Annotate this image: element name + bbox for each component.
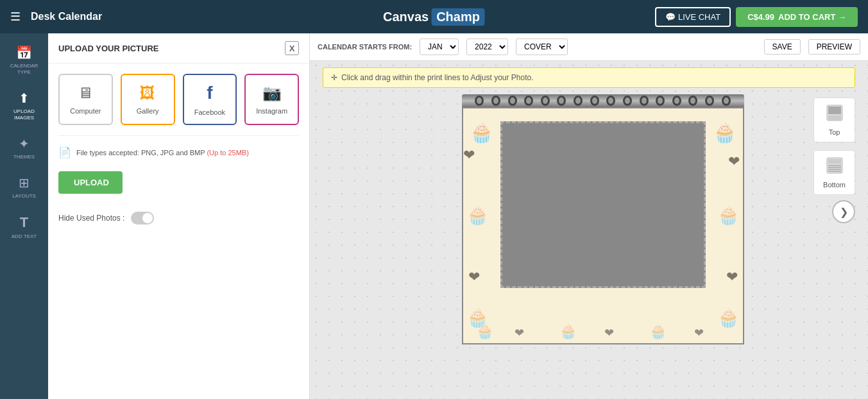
binding-ring: [491, 96, 500, 106]
starts-from-label: CALENDAR STARTS FROM:: [318, 43, 412, 51]
hint-icon: ✛: [331, 73, 337, 82]
binding-ring: [722, 96, 731, 106]
layout-bottom-icon: [826, 157, 844, 178]
layouts-icon: ⊞: [19, 175, 30, 191]
decoration-bottom-6: ❤: [694, 326, 704, 340]
instagram-icon: 📷: [262, 84, 282, 102]
calendar-preview: 🧁 ❤ 🧁 ❤ 🧁 🧁 ❤ 🧁 ❤ 🧁 🧁 ❤ 🧁 ❤ 🧁 ❤: [462, 94, 744, 344]
main-layout: 📅 CALENDARTYPE ⬆ UPLOADIMAGES ✦ THEMES ⊞…: [0, 33, 868, 399]
layout-bottom-label: Bottom: [823, 181, 846, 189]
add-to-cart-label: ADD TO CART →: [778, 12, 846, 22]
hint-bar: ✛ Click and drag within the print lines …: [323, 67, 855, 88]
binding-ring: [656, 96, 665, 106]
source-gallery[interactable]: 🖼 Gallery: [121, 74, 175, 125]
sidebar-item-themes[interactable]: ✦ THEMES: [0, 130, 48, 166]
decoration-cupcake-2: 🧁: [466, 205, 489, 226]
layout-options: Top Bottom: [813, 98, 855, 195]
file-info: 📄 File types accepted: PNG, JPG and BMP …: [48, 136, 309, 169]
upload-sources: 🖥 Computer 🖼 Gallery f Facebook 📷 Instag…: [48, 64, 309, 135]
panel-close-button[interactable]: X: [285, 41, 299, 55]
layout-top-icon: [826, 104, 844, 126]
save-button[interactable]: SAVE: [764, 39, 801, 55]
add-text-icon: T: [20, 214, 28, 231]
toolbar: CALENDAR STARTS FROM: JAN 2022 COVER SAV…: [310, 33, 868, 61]
header-right: 💬 LIVE CHAT C$4.99 ADD TO CART →: [655, 7, 858, 27]
file-info-text: File types accepted: PNG, JPG and BMP (U…: [76, 149, 249, 157]
binding-ring: [524, 96, 533, 106]
binding-ring: [541, 96, 550, 106]
layout-top-button[interactable]: Top: [813, 98, 855, 142]
upload-panel: UPLOAD YOUR PICTURE X 🖥 Computer 🖼 Galle…: [48, 33, 310, 399]
sidebar-item-label-layouts: LAYOUTS: [12, 193, 36, 199]
binding-ring: [508, 96, 517, 106]
svg-rect-2: [828, 115, 841, 120]
themes-icon: ✦: [19, 136, 30, 151]
sidebar-item-upload-images[interactable]: ⬆ UPLOADIMAGES: [0, 84, 48, 127]
decoration-heart-4: ❤: [726, 269, 738, 285]
app-title: Desk Calendar: [31, 11, 102, 22]
panel-header: UPLOAD YOUR PICTURE X: [48, 33, 309, 64]
binding-ring: [574, 96, 583, 106]
binding-ring: [623, 96, 632, 106]
decoration-heart-2: ❤: [468, 269, 480, 285]
menu-icon[interactable]: ☰: [10, 10, 21, 24]
decoration-heart-1: ❤: [463, 147, 475, 164]
upload-images-icon: ⬆: [19, 90, 30, 106]
left-sidebar: 📅 CALENDARTYPE ⬆ UPLOADIMAGES ✦ THEMES ⊞…: [0, 33, 48, 399]
calendar-type-icon: 📅: [16, 45, 32, 60]
computer-icon: 🖥: [78, 84, 93, 102]
gallery-icon: 🖼: [140, 84, 155, 102]
nav-next-button[interactable]: ❯: [832, 200, 855, 223]
cover-select[interactable]: COVER: [516, 38, 568, 55]
decoration-bottom-1: 🧁: [476, 323, 493, 340]
source-instagram[interactable]: 📷 Instagram: [244, 74, 299, 125]
sidebar-item-add-text[interactable]: T ADD TEXT: [0, 208, 48, 246]
binding-ring: [688, 96, 697, 106]
month-select[interactable]: JAN: [420, 38, 459, 55]
decoration-heart-3: ❤: [728, 153, 740, 170]
binding-ring: [672, 96, 681, 106]
decoration-bottom-3: 🧁: [559, 323, 577, 340]
drag-drop-hint: drag and drop: [638, 178, 683, 185]
layout-bottom-button[interactable]: Bottom: [813, 150, 855, 195]
hide-photos-toggle[interactable]: [131, 212, 154, 225]
binding-ring: [475, 96, 484, 106]
decoration-cupcake-6: 🧁: [717, 307, 740, 328]
hide-photos-label: Hide Used Photos :: [58, 214, 124, 223]
svg-rect-4: [828, 159, 841, 164]
facebook-icon: f: [207, 83, 212, 103]
upload-button[interactable]: UPLOAD: [58, 171, 123, 194]
preview-button[interactable]: PREVIEW: [808, 39, 860, 55]
sidebar-item-layouts[interactable]: ⊞ LAYOUTS: [0, 169, 48, 205]
price-label: C$4.99: [747, 12, 774, 22]
sidebar-item-calendar-type[interactable]: 📅 CALENDARTYPE: [0, 38, 48, 81]
decoration-bottom-2: ❤: [515, 326, 524, 340]
sidebar-item-label-themes: THEMES: [13, 154, 35, 160]
svg-rect-1: [828, 106, 841, 114]
decoration-bottom-5: 🧁: [649, 323, 667, 340]
calendar-binding: [462, 94, 744, 107]
file-size-highlight: (Up to 25MB): [207, 149, 248, 157]
source-facebook[interactable]: f Facebook: [183, 74, 237, 125]
binding-ring: [640, 96, 649, 106]
source-computer[interactable]: 🖥 Computer: [58, 74, 113, 125]
add-to-cart-button[interactable]: C$4.99 ADD TO CART →: [736, 7, 858, 27]
photo-drop-zone[interactable]: [500, 121, 706, 288]
binding-ring: [705, 96, 714, 106]
year-select[interactable]: 2022: [466, 38, 508, 55]
decoration-cupcake-4: 🧁: [713, 121, 736, 144]
file-icon: 📄: [58, 146, 71, 158]
source-gallery-label: Gallery: [137, 107, 159, 115]
decoration-bottom-4: ❤: [604, 326, 614, 340]
hint-text: Click and drag within the print lines to…: [341, 73, 534, 82]
decoration-cupcake-1: 🧁: [470, 121, 493, 144]
sidebar-item-label-calendar-type: CALENDARTYPE: [10, 63, 38, 75]
decoration-cupcake-5: 🧁: [717, 205, 740, 226]
calendar-body[interactable]: 🧁 ❤ 🧁 ❤ 🧁 🧁 ❤ 🧁 ❤ 🧁 🧁 ❤ 🧁 ❤ 🧁 ❤: [462, 107, 744, 344]
sidebar-item-label-upload: UPLOADIMAGES: [13, 108, 35, 121]
live-chat-button[interactable]: 💬 LIVE CHAT: [655, 7, 731, 27]
source-facebook-label: Facebook: [194, 108, 225, 116]
panel-title: UPLOAD YOUR PICTURE: [58, 44, 159, 53]
header: ☰ Desk Calendar Canvas Champ 💬 LIVE CHAT…: [0, 0, 868, 33]
binding-ring: [606, 96, 615, 106]
